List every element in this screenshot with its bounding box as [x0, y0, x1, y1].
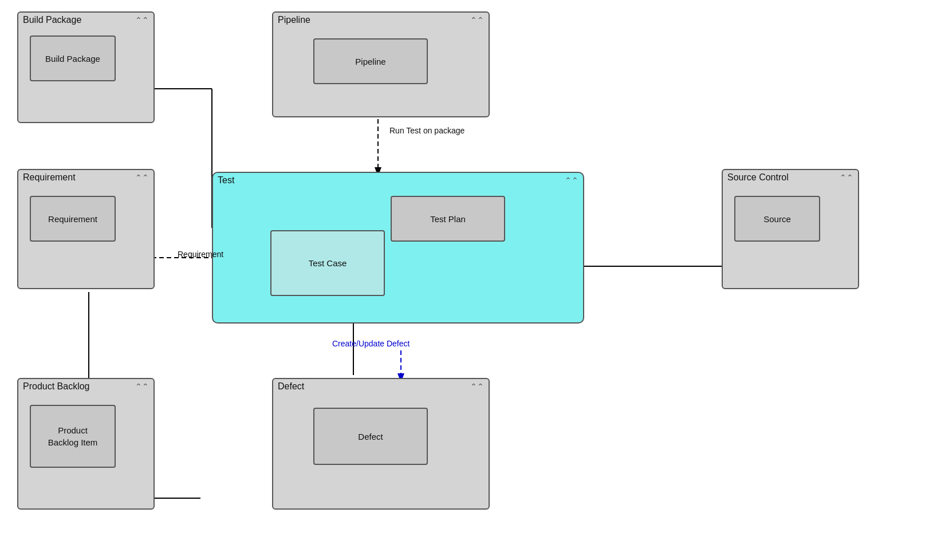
test-header: Test ⌃⌃ [213, 173, 583, 187]
product-backlog-item-label: ProductBacklog Item [48, 424, 98, 448]
test-case-inner: Test Case [270, 230, 385, 296]
source-control-header: Source Control ⌃⌃ [723, 170, 858, 184]
pipeline-inner: Pipeline [313, 38, 428, 84]
requirement-header: Requirement ⌃⌃ [18, 170, 153, 184]
test-chevron: ⌃⌃ [565, 176, 578, 185]
defect-inner: Defect [313, 408, 428, 465]
product-backlog-title: Product Backlog [23, 381, 90, 392]
requirement-box: Requirement ⌃⌃ Requirement [17, 169, 155, 289]
diagram-container: Build Package ⌃⌃ Build Package Requireme… [0, 0, 937, 560]
build-package-inner: Build Package [30, 36, 116, 81]
defect-title: Defect [278, 381, 304, 392]
defect-chevron: ⌃⌃ [470, 382, 484, 391]
product-backlog-chevron: ⌃⌃ [135, 382, 149, 391]
build-package-title: Build Package [23, 15, 81, 25]
pipeline-header: Pipeline ⌃⌃ [273, 13, 489, 26]
requirement-chevron: ⌃⌃ [135, 173, 149, 182]
test-box: Test ⌃⌃ Test Plan Test Case [212, 172, 584, 324]
run-test-label: Run Test on package [389, 126, 464, 135]
pipeline-box: Pipeline ⌃⌃ Pipeline [272, 11, 490, 117]
source-control-box: Source Control ⌃⌃ Source [722, 169, 859, 289]
create-update-defect-label: Create/Update Defect [332, 339, 410, 348]
pipeline-title: Pipeline [278, 15, 310, 25]
build-package-chevron: ⌃⌃ [135, 15, 149, 25]
test-plan-inner: Test Plan [391, 196, 505, 242]
defect-box: Defect ⌃⌃ Defect [272, 378, 490, 510]
source-control-title: Source Control [727, 172, 789, 183]
test-title: Test [218, 175, 234, 186]
requirement-title: Requirement [23, 172, 76, 183]
product-backlog-header: Product Backlog ⌃⌃ [18, 379, 153, 393]
pipeline-chevron: ⌃⌃ [470, 15, 484, 25]
product-backlog-box: Product Backlog ⌃⌃ ProductBacklog Item [17, 378, 155, 510]
requirement-label: Requirement [178, 250, 223, 259]
requirement-inner: Requirement [30, 196, 116, 242]
product-backlog-inner: ProductBacklog Item [30, 405, 116, 468]
build-package-header: Build Package ⌃⌃ [18, 13, 153, 26]
defect-header: Defect ⌃⌃ [273, 379, 489, 393]
source-control-inner: Source [734, 196, 820, 242]
source-control-chevron: ⌃⌃ [840, 173, 853, 182]
build-package-box: Build Package ⌃⌃ Build Package [17, 11, 155, 123]
